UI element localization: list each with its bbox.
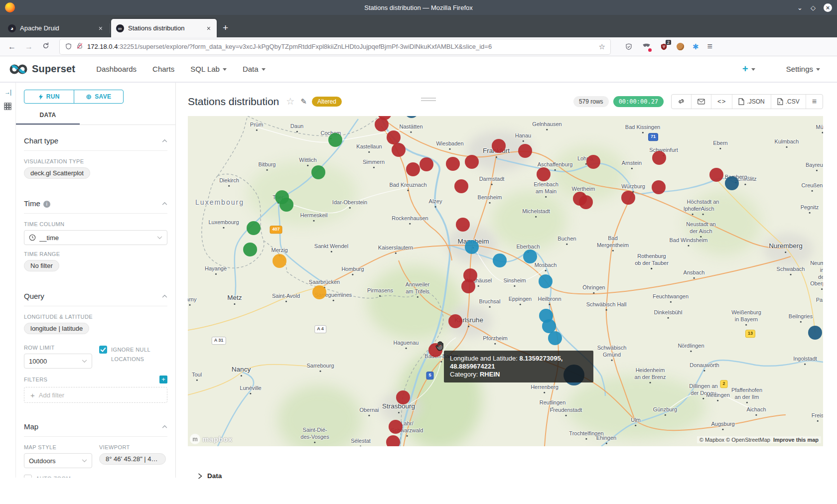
tracking-shield-icon[interactable]: [65, 43, 72, 50]
scatter-point[interactable]: [273, 254, 286, 268]
privacy-mask-extension-icon[interactable]: [642, 42, 651, 51]
forward-button[interactable]: →: [22, 42, 36, 51]
bookmark-star-icon[interactable]: ☆: [599, 42, 605, 51]
scatter-point[interactable]: [419, 157, 433, 171]
scatter-point[interactable]: [456, 218, 470, 232]
scatter-point[interactable]: [247, 221, 261, 235]
auto-zoom-checkbox-row[interactable]: AUTO ZOOM: [24, 474, 92, 478]
checkbox-checked-icon[interactable]: [99, 346, 107, 354]
scatter-point[interactable]: [279, 198, 293, 212]
scatter-point[interactable]: [392, 143, 406, 157]
scatter-point[interactable]: [405, 116, 418, 118]
scatter-point[interactable]: [621, 191, 635, 205]
nav-data[interactable]: Data: [235, 65, 274, 73]
window-close-icon[interactable]: ×: [824, 3, 832, 12]
section-query[interactable]: Query: [24, 286, 167, 306]
export-csv-button[interactable]: .CSV: [771, 95, 806, 109]
favorite-star-icon[interactable]: ☆: [286, 96, 294, 107]
scatter-point[interactable]: [465, 240, 479, 254]
scatter-point[interactable]: [652, 151, 666, 165]
map-canvas[interactable]: PrümDaunCochemNastättenGelnhausenHanauFr…: [188, 116, 823, 446]
mapbox-logo[interactable]: m mapbox: [190, 434, 233, 444]
ignore-null-checkbox-row[interactable]: IGNORE NULL LOCATIONS: [99, 345, 167, 364]
scatter-point[interactable]: [523, 250, 537, 263]
scatter-point[interactable]: [446, 157, 460, 171]
tab-close-icon[interactable]: ×: [206, 24, 212, 32]
scatter-point[interactable]: [243, 243, 257, 256]
section-map[interactable]: Map: [24, 417, 167, 437]
copy-link-button[interactable]: [672, 95, 691, 109]
edit-properties-icon[interactable]: ✎: [300, 97, 307, 106]
scatter-point[interactable]: [387, 130, 401, 144]
nav-charts[interactable]: Charts: [144, 65, 182, 73]
section-time[interactable]: Timei: [24, 194, 167, 214]
scatter-point[interactable]: [406, 162, 420, 176]
row-limit-select[interactable]: 10000: [24, 354, 92, 369]
data-results-toggle[interactable]: Data: [188, 446, 823, 480]
scatter-point[interactable]: [448, 314, 462, 328]
panel-resize-handle[interactable]: [421, 98, 436, 103]
viz-type-value[interactable]: deck.gl Scatterplot: [24, 167, 90, 179]
scatter-point[interactable]: [725, 176, 739, 190]
nav-sql-lab[interactable]: SQL Lab: [182, 65, 235, 73]
scatter-point[interactable]: [492, 139, 506, 153]
scatter-point[interactable]: [465, 155, 479, 169]
expand-panel-icon[interactable]: →|: [4, 89, 11, 96]
scatter-point[interactable]: [548, 331, 562, 345]
add-new-button[interactable]: +: [734, 63, 763, 75]
scatter-point[interactable]: [579, 195, 593, 209]
add-filter-plus-button[interactable]: +: [159, 376, 167, 383]
scatter-point[interactable]: [652, 180, 666, 194]
ublock-extension-icon[interactable]: 2: [659, 42, 668, 51]
viewport-value[interactable]: 8° 46' 45.28" | 49...: [99, 453, 166, 465]
pocket-shield-icon[interactable]: [624, 42, 633, 51]
tab-stations-distribution[interactable]: ∞ Stations distribution ×: [111, 19, 217, 37]
time-range-value[interactable]: No filter: [24, 260, 59, 271]
scatter-point[interactable]: [389, 420, 403, 434]
tab-close-icon[interactable]: ×: [98, 24, 104, 32]
improve-map-link[interactable]: Improve this map: [773, 437, 819, 443]
run-button[interactable]: RUN: [24, 90, 74, 103]
window-maximize-icon[interactable]: ◇: [811, 4, 816, 11]
view-query-button[interactable]: <>: [711, 95, 732, 109]
map-attribution[interactable]: © Mapbox © OpenStreetMapImprove this map: [697, 436, 821, 443]
export-json-button[interactable]: .JSON: [732, 95, 770, 109]
nav-dashboards[interactable]: Dashboards: [88, 65, 144, 73]
checkbox-unchecked-icon[interactable]: [24, 475, 32, 478]
new-tab-button[interactable]: +: [217, 22, 234, 37]
url-bar[interactable]: 172.18.0.4:32251/superset/explore/?form_…: [60, 39, 610, 54]
map-style-select[interactable]: Outdoors: [24, 453, 92, 468]
back-button[interactable]: ←: [5, 42, 19, 51]
scatter-point[interactable]: [461, 279, 475, 293]
save-button[interactable]: ⊕ SAVE: [74, 90, 124, 103]
settings-menu[interactable]: Settings: [778, 65, 828, 73]
tab-data[interactable]: DATA: [16, 112, 80, 125]
scatter-point[interactable]: [539, 274, 553, 288]
scatter-point[interactable]: [493, 253, 507, 267]
window-minimize-icon[interactable]: ⌄: [797, 4, 803, 11]
scatter-point[interactable]: [311, 165, 325, 179]
reload-button[interactable]: [39, 42, 53, 51]
share-email-button[interactable]: [691, 95, 711, 109]
firefox-menu-icon[interactable]: ≡: [707, 41, 713, 52]
tab-apache-druid[interactable]: ◕ Apache Druid ×: [3, 19, 109, 37]
altered-badge[interactable]: Altered: [312, 97, 342, 107]
scatter-point[interactable]: [808, 326, 822, 340]
scatter-point[interactable]: [586, 155, 600, 169]
scatter-point[interactable]: [312, 285, 326, 299]
scatter-point[interactable]: [537, 167, 551, 181]
superset-logo[interactable]: Superset: [9, 63, 75, 75]
scatter-point[interactable]: [328, 133, 342, 147]
scatter-point[interactable]: [396, 390, 410, 404]
lonlat-value[interactable]: longitude | latitude: [24, 323, 89, 334]
cookie-extension-icon[interactable]: [677, 43, 684, 50]
add-filter-box[interactable]: + Add filter: [24, 387, 167, 403]
chart-options-menu-button[interactable]: ≡: [806, 95, 823, 109]
section-chart-type[interactable]: Chart type: [24, 131, 167, 151]
time-column-select[interactable]: __time: [24, 230, 167, 245]
scatter-point[interactable]: [709, 168, 723, 182]
pinwheel-extension-icon[interactable]: ✱: [693, 42, 699, 51]
datasource-grid-icon[interactable]: [4, 103, 11, 110]
scatter-point[interactable]: [386, 435, 400, 446]
insecure-lock-icon[interactable]: [76, 42, 83, 51]
